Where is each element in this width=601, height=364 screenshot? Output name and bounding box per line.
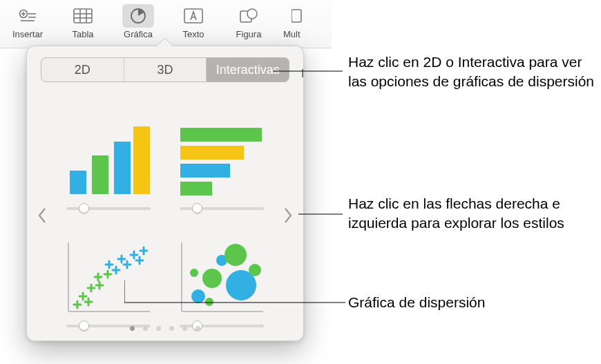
page-dot[interactable] bbox=[195, 326, 200, 331]
tab-2d[interactable]: 2D bbox=[41, 58, 124, 82]
chart-style-bar[interactable] bbox=[175, 100, 269, 211]
svg-rect-19 bbox=[133, 126, 150, 194]
svg-rect-16 bbox=[70, 171, 86, 194]
chart-type-tabs: 2D 3D Interactivas bbox=[41, 57, 289, 82]
svg-point-34 bbox=[190, 269, 198, 277]
svg-rect-23 bbox=[180, 182, 212, 195]
column-chart-icon bbox=[64, 122, 153, 198]
text-box-icon bbox=[183, 8, 204, 24]
chevron-left-icon bbox=[37, 207, 47, 224]
svg-rect-6 bbox=[74, 9, 92, 23]
toolbar-item-media[interactable]: Mult bbox=[276, 4, 318, 39]
chart-style-bubble[interactable] bbox=[175, 218, 269, 328]
page-dot[interactable] bbox=[169, 326, 174, 331]
toolbar-label: Insertar bbox=[12, 29, 43, 39]
prev-style-arrow[interactable] bbox=[34, 202, 50, 229]
toolbar-item-insert[interactable]: Insertar bbox=[0, 4, 55, 39]
bar-chart-icon bbox=[178, 122, 266, 198]
svg-rect-20 bbox=[180, 128, 262, 142]
style-slider[interactable] bbox=[66, 205, 151, 211]
page-dot[interactable] bbox=[156, 326, 161, 331]
chevron-right-icon bbox=[283, 207, 293, 224]
toolbar-item-chart[interactable]: Gráfica bbox=[111, 4, 166, 39]
svg-rect-22 bbox=[180, 164, 230, 178]
toolbar-label: Gráfica bbox=[124, 29, 153, 39]
svg-point-14 bbox=[247, 9, 257, 19]
pie-chart-icon bbox=[128, 7, 148, 25]
svg-rect-15 bbox=[292, 10, 301, 22]
callout-arrows: Haz clic en las flechas derecha e izquie… bbox=[348, 194, 597, 233]
toolbar-label: Tabla bbox=[72, 29, 93, 39]
toolbar-label: Texto bbox=[182, 29, 204, 39]
svg-point-31 bbox=[225, 244, 247, 266]
media-icon bbox=[292, 8, 303, 24]
svg-rect-18 bbox=[114, 142, 131, 194]
page-dot[interactable] bbox=[130, 326, 135, 331]
next-style-arrow[interactable] bbox=[280, 202, 296, 229]
callout-scatter: Gráfica de dispersión bbox=[348, 293, 485, 312]
page-indicator[interactable] bbox=[27, 326, 303, 331]
svg-point-33 bbox=[249, 264, 261, 276]
page-dot[interactable] bbox=[143, 326, 148, 331]
toolbar-label: Mult bbox=[283, 29, 311, 39]
page-dot[interactable] bbox=[182, 326, 187, 331]
chart-style-scatter[interactable] bbox=[61, 218, 155, 328]
tab-3d[interactable]: 3D bbox=[124, 58, 207, 82]
toolbar-label: Figura bbox=[236, 29, 262, 39]
style-slider[interactable] bbox=[180, 205, 264, 211]
toolbar-item-text[interactable]: Texto bbox=[166, 4, 221, 39]
shape-icon bbox=[238, 7, 259, 25]
callout-tabs: Haz clic en 2D o Interactiva para ver la… bbox=[348, 52, 597, 92]
svg-rect-17 bbox=[92, 155, 108, 194]
table-icon bbox=[73, 8, 93, 24]
toolbar-item-shape[interactable]: Figura bbox=[221, 4, 276, 39]
insert-icon bbox=[18, 8, 37, 23]
svg-rect-21 bbox=[180, 146, 244, 160]
toolbar-item-table[interactable]: Tabla bbox=[55, 4, 111, 39]
chart-style-column[interactable] bbox=[61, 100, 155, 211]
